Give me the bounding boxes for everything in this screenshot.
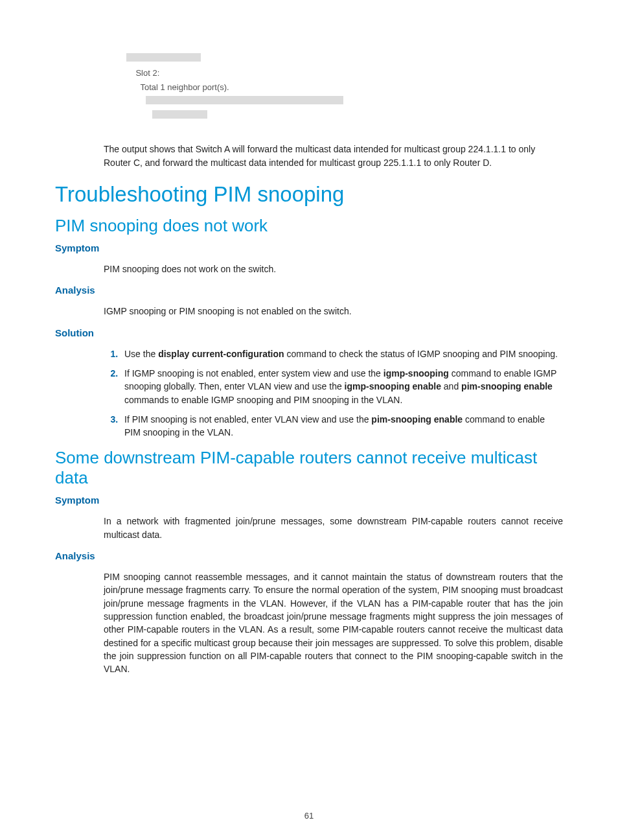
analysis-text-2: PIM snooping cannot reassemble messages,… bbox=[104, 570, 563, 675]
symptom-text-1: PIM snooping does not work on the switch… bbox=[104, 262, 563, 275]
redacted-text bbox=[146, 96, 343, 104]
symptom-heading-2: Symptom bbox=[55, 495, 563, 506]
heading-2-section1: PIM snooping does not work bbox=[55, 216, 563, 236]
analysis-heading-1: Analysis bbox=[55, 285, 563, 296]
analysis-heading-2: Analysis bbox=[55, 550, 563, 561]
intro-paragraph: The output shows that Switch A will forw… bbox=[104, 143, 563, 169]
heading-1: Troubleshooting PIM snooping bbox=[55, 182, 563, 207]
document-page: Slot 2: Total 1 neighbor port(s). The ou… bbox=[0, 0, 618, 840]
solution-step-2: If IGMP snooping is not enabled, enter s… bbox=[120, 367, 563, 406]
redacted-text bbox=[126, 53, 201, 62]
symptom-heading-1: Symptom bbox=[55, 242, 563, 253]
cli-output-line: Total 1 neighbor port(s). bbox=[126, 80, 563, 95]
page-number: 61 bbox=[0, 811, 618, 821]
solution-step-1: Use the display current-configuration co… bbox=[120, 347, 563, 360]
symptom-text-2: In a network with fragmented join/prune … bbox=[104, 515, 563, 541]
heading-2-section2: Some downstream PIM-capable routers cann… bbox=[55, 448, 563, 488]
solution-step-3: If PIM snooping is not enabled, enter VL… bbox=[120, 413, 563, 439]
cli-output-line: Slot 2: bbox=[126, 66, 563, 80]
analysis-text-1: IGMP snooping or PIM snooping is not ena… bbox=[104, 305, 563, 318]
solution-heading: Solution bbox=[55, 327, 563, 338]
redacted-text bbox=[152, 110, 207, 119]
cli-output-block: Slot 2: Total 1 neighbor port(s). bbox=[126, 52, 563, 123]
solution-steps: Use the display current-configuration co… bbox=[104, 347, 563, 439]
